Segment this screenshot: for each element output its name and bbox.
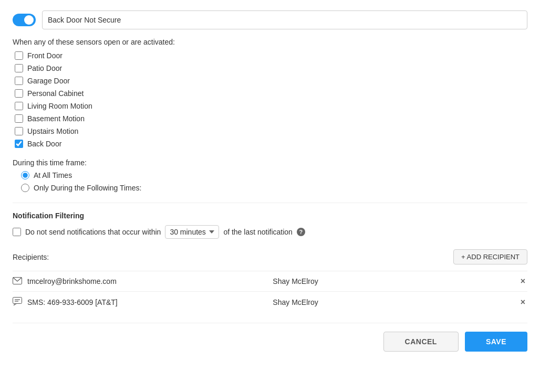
time-radio-item: At All Times — [21, 171, 527, 179]
recipient-name: Shay McElroy — [273, 277, 518, 285]
sensor-checkbox-patio-door[interactable] — [15, 64, 23, 72]
notification-section: Notification Filtering Do not send notif… — [13, 211, 527, 239]
sensor-item: Upstairs Motion — [15, 127, 527, 135]
recipient-row: SMS: 469-933-6009 [AT&T]Shay McElroy× — [13, 291, 527, 312]
time-radio-group: At All TimesOnly During the Following Ti… — [13, 171, 527, 192]
time-section-label: During this time frame: — [13, 158, 527, 167]
sensor-label-personal-cabinet: Personal Cabinet — [27, 89, 84, 98]
recipients-header: Recipients: + ADD RECIPIENT — [13, 249, 527, 264]
recipients-list: tmcelroy@brinkshome.comShay McElroy× SMS… — [13, 271, 527, 312]
sensor-label-back-door: Back Door — [27, 140, 61, 148]
recipients-section: Recipients: + ADD RECIPIENT tmcelroy@bri… — [13, 249, 527, 312]
sensor-label-upstairs-motion: Upstairs Motion — [27, 127, 78, 135]
sensor-label-front-door: Front Door — [27, 51, 63, 60]
sensor-label-living-room-motion: Living Room Motion — [27, 102, 92, 110]
time-radio-item: Only During the Following Times: — [21, 184, 527, 192]
recipient-row: tmcelroy@brinkshome.comShay McElroy× — [13, 271, 527, 291]
sensor-checkbox-living-room-motion[interactable] — [15, 102, 23, 110]
sensor-item: Personal Cabinet — [15, 89, 527, 98]
sensor-list: Front DoorPatio DoorGarage DoorPersonal … — [13, 51, 527, 148]
time-radio-label-only-during: Only During the Following Times: — [34, 184, 141, 192]
sensor-label-garage-door: Garage Door — [27, 77, 70, 85]
sensor-item: Back Door — [15, 140, 527, 148]
filter-post-text: of the last notification — [223, 228, 293, 236]
sensor-checkbox-basement-motion[interactable] — [15, 114, 23, 123]
help-icon[interactable]: ? — [297, 228, 305, 236]
save-button[interactable]: SAVE — [465, 332, 527, 352]
remove-recipient-button[interactable]: × — [518, 298, 527, 307]
sensor-checkbox-front-door[interactable] — [15, 51, 23, 60]
sensor-item: Front Door — [15, 51, 527, 60]
add-recipient-button[interactable]: + ADD RECIPIENT — [453, 249, 527, 264]
sensor-checkbox-upstairs-motion[interactable] — [15, 127, 23, 135]
recipient-name: Shay McElroy — [273, 298, 518, 306]
cancel-button[interactable]: CANCEL — [383, 332, 459, 352]
time-radio-only-during[interactable] — [21, 184, 29, 192]
sensor-checkbox-garage-door[interactable] — [15, 77, 23, 85]
remove-recipient-button[interactable]: × — [518, 277, 527, 286]
sensor-item: Basement Motion — [15, 114, 527, 123]
recipient-address: SMS: 469-933-6009 [AT&T] — [27, 298, 273, 306]
recipient-address: tmcelroy@brinkshome.com — [27, 277, 273, 285]
sensor-item: Garage Door — [15, 77, 527, 85]
sensor-checkbox-back-door[interactable] — [15, 140, 23, 148]
time-section: During this time frame: At All TimesOnly… — [13, 158, 527, 192]
filter-duration-select[interactable]: 5 minutes10 minutes15 minutes30 minutes1… — [165, 225, 219, 239]
rule-toggle[interactable] — [13, 14, 36, 26]
footer-actions: CANCEL SAVE — [13, 323, 527, 352]
time-radio-label-at-all-times: At All Times — [34, 171, 72, 179]
notification-filter-row: Do not send notifications that occur wit… — [13, 225, 527, 239]
sensor-checkbox-personal-cabinet[interactable] — [15, 89, 23, 98]
sensor-label-basement-motion: Basement Motion — [27, 114, 85, 123]
email-icon — [13, 277, 23, 286]
sensor-label-patio-door: Patio Door — [27, 64, 62, 72]
svg-rect-1 — [13, 298, 22, 304]
sensor-item: Patio Door — [15, 64, 527, 72]
rule-title-input[interactable] — [42, 10, 527, 29]
sms-icon — [13, 297, 23, 307]
recipients-label: Recipients: — [13, 253, 49, 261]
notification-section-label: Notification Filtering — [13, 211, 527, 220]
filter-pre-text: Do not send notifications that occur wit… — [25, 228, 161, 236]
sensor-item: Living Room Motion — [15, 102, 527, 110]
time-radio-at-all-times[interactable] — [21, 171, 29, 179]
notification-filter-checkbox[interactable] — [13, 228, 21, 236]
sensors-label: When any of these sensors open or are ac… — [13, 38, 527, 46]
rule-header — [13, 10, 527, 29]
